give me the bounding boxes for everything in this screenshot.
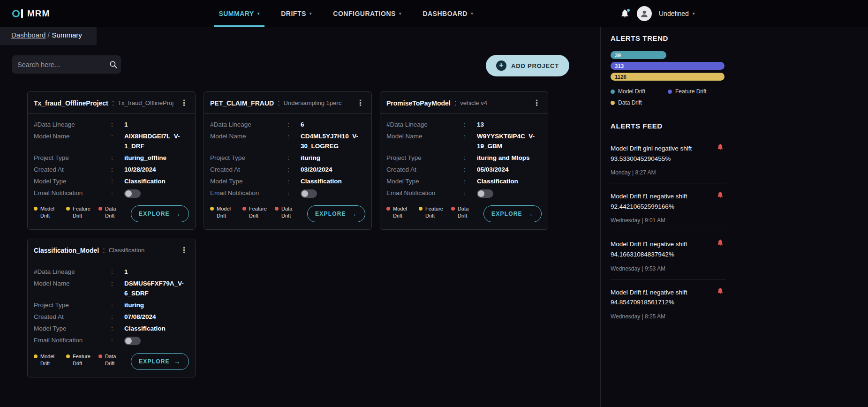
email-notification-toggle[interactable] [124, 337, 141, 345]
card-menu-button[interactable]: ⋮ [530, 98, 543, 108]
field-value: ituring [301, 153, 365, 163]
explore-button[interactable]: EXPLORE → [483, 205, 542, 222]
alert-timestamp: Wednesday | 9:53 AM [611, 265, 726, 272]
field-row-project-type: Project Type : ituring [34, 301, 189, 310]
alert-feed-item[interactable]: Model Drift f1 negative shift 92.4421065… [611, 183, 726, 231]
project-subtitle: Classification [109, 247, 174, 254]
project-title: PET_CLAIM_FRAUD [210, 99, 274, 107]
trend-bar: 1126 [611, 73, 725, 81]
field-colon: : [464, 120, 477, 130]
field-colon: : [111, 177, 124, 187]
nav-item[interactable]: CONFIGURATIONS ▾ [333, 0, 401, 27]
field-colon: : [111, 279, 124, 289]
explore-button[interactable]: EXPLORE → [307, 205, 365, 222]
drift-label: Data Drift [281, 205, 303, 219]
project-card-footer: Model Drift Feature Drift Data Drift EXP… [204, 201, 371, 229]
search-input[interactable] [17, 61, 105, 68]
search-icon[interactable] [109, 60, 118, 69]
model-drift-indicator: Model Drift [34, 205, 62, 219]
field-label: #Data Lineage [34, 120, 111, 130]
drift-status-dot [275, 207, 279, 211]
field-colon: : [111, 336, 124, 346]
alert-bell-icon [717, 287, 724, 294]
field-colon: : [111, 120, 124, 130]
drift-status-dot [210, 207, 214, 211]
legend-dot [611, 101, 615, 105]
field-row-model-type: Model Type : Classification [34, 177, 189, 187]
field-colon: : [287, 177, 301, 187]
field-row-project-type: Project Type : ituring_offline [34, 153, 189, 163]
project-card: Tx_fraud_OfflineProject : Tx_fraud_Offli… [27, 91, 196, 230]
drift-label: Data Drift [105, 205, 127, 219]
project-card: PromiseToPayModel : vehicle v4 ⋮ #Data L… [380, 91, 548, 230]
project-card-body: #Data Lineage : 1 Model Name : DSMUS6FXF… [28, 261, 195, 348]
explore-button[interactable]: EXPLORE → [131, 205, 189, 222]
explore-button[interactable]: EXPLORE → [131, 353, 189, 370]
drift-status-dot [419, 207, 423, 211]
data-drift-indicator: Data Drift [275, 205, 303, 219]
alert-bell-icon [717, 239, 724, 246]
field-value: 1 [124, 267, 189, 277]
explore-label: EXPLORE [139, 358, 170, 365]
explore-label: EXPLORE [315, 211, 346, 217]
card-menu-button[interactable]: ⋮ [178, 98, 190, 108]
alert-feed-item[interactable]: Model Drift f1 negative shift 94.8547091… [611, 279, 726, 327]
chevron-down-icon: ▾ [399, 11, 402, 16]
field-label: Created At [34, 165, 111, 175]
drift-status-dot [242, 207, 246, 211]
drift-status-dot [66, 207, 70, 211]
alert-title: Model Drift gini negative shift 93.53300… [611, 143, 708, 164]
card-menu-button[interactable]: ⋮ [178, 245, 190, 255]
project-card-header: Tx_fraud_OfflineProject : Tx_fraud_Offli… [28, 92, 195, 114]
title-separator: : [112, 99, 114, 107]
drift-label: Data Drift [458, 205, 479, 219]
trend-bar-track: 39 [611, 51, 725, 59]
email-notification-toggle[interactable] [124, 189, 141, 198]
field-label: Email Notification [210, 188, 287, 198]
project-card-footer: Model Drift Feature Drift Data Drift EXP… [28, 201, 195, 229]
alerts-feed-title: ALERTS FEED [611, 122, 868, 130]
alert-bell-icon [717, 191, 724, 198]
email-notification-toggle[interactable] [477, 189, 493, 198]
alerts-trend-title: ALERTS TREND [611, 34, 868, 42]
trend-bar-value: 1126 [615, 74, 626, 80]
field-row-model-type: Model Type : Classification [34, 324, 189, 334]
email-notification-row: Email Notification : [386, 188, 542, 198]
card-menu-button[interactable]: ⋮ [354, 98, 367, 108]
drift-status-dot [451, 207, 455, 211]
breadcrumb-dashboard-link[interactable]: Dashboard [11, 31, 45, 39]
field-label: Model Type [34, 324, 111, 334]
field-colon: : [464, 177, 477, 187]
drift-label: Data Drift [105, 353, 127, 367]
toggle-knob [125, 338, 132, 344]
field-row-created-at: Created At : 10/28/2024 [34, 165, 189, 175]
alert-feed-item[interactable]: Model Drift f1 negative shift 94.1663108… [611, 231, 726, 279]
legend-item: Data Drift [611, 99, 668, 106]
field-row-data-lineage: #Data Lineage : 1 [34, 267, 189, 277]
nav-item[interactable]: DRIFTS ▾ [281, 0, 312, 27]
field-label: #Data Lineage [34, 267, 111, 277]
nav-item[interactable]: DASHBOARD ▾ [423, 0, 473, 27]
email-notification-toggle[interactable] [301, 189, 317, 198]
nav-item[interactable]: SUMMARY ▾ [219, 0, 260, 27]
user-menu[interactable]: Undefined ▾ [659, 10, 695, 17]
field-label: Created At [210, 165, 287, 175]
field-label: #Data Lineage [386, 120, 464, 130]
add-project-button[interactable]: + ADD PROJECT [486, 55, 569, 76]
field-label: Project Type [210, 153, 287, 163]
feature-drift-indicator: Feature Drift [242, 205, 271, 219]
chevron-down-icon: ▾ [309, 11, 312, 16]
legend-item: Feature Drift [668, 88, 725, 95]
model-drift-indicator: Model Drift [210, 205, 238, 219]
field-row-project-type: Project Type : ituring and Mlops [386, 153, 542, 163]
project-subtitle: Undersampling 1perc [284, 99, 350, 106]
header-right: Undefined ▾ [620, 0, 695, 27]
legend-label: Model Drift [618, 88, 645, 95]
user-avatar[interactable] [637, 6, 652, 21]
field-label: Model Type [386, 177, 464, 187]
notifications-bell-icon[interactable] [620, 8, 630, 18]
drift-label: Feature Drift [249, 205, 271, 219]
field-colon: : [287, 188, 301, 198]
alert-feed-item[interactable]: Model Drift gini negative shift 93.53300… [611, 136, 726, 183]
field-value: 13 [477, 120, 542, 130]
